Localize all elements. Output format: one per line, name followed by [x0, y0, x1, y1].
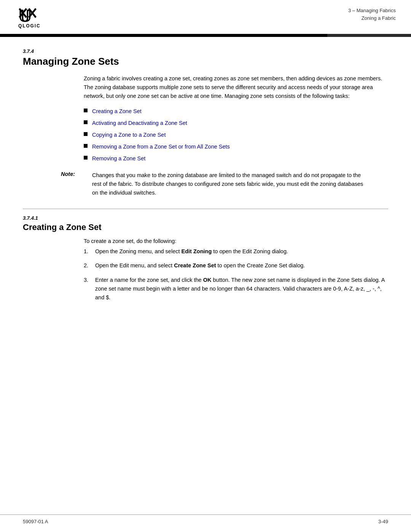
page-footer: 59097-01 A 3-49 [0, 514, 411, 524]
section-3741: 3.7.4.1 Creating a Zone Set To create a … [23, 215, 388, 302]
step-text-2: Open the Edit menu, and select Create Zo… [95, 261, 388, 270]
bold-ok: OK [203, 277, 212, 283]
footer-left: 59097-01 A [23, 519, 48, 524]
header-text: 3 – Managing Fabrics Zoning a Fabric [348, 7, 396, 22]
footer-right: 3-49 [378, 519, 388, 524]
link-removing-zone-set[interactable]: Removing a Zone Set [92, 154, 145, 163]
link-creating-zone-set[interactable]: Creating a Zone Set [92, 107, 142, 116]
step-text-3: Enter a name for the zone set, and click… [95, 276, 388, 302]
bullet-icon-2 [84, 120, 88, 124]
steps-list: 1. Open the Zoning menu, and select Edit… [84, 247, 388, 302]
chapter-text: 3 – Managing Fabrics [348, 7, 396, 14]
svg-text:QLOGIC: QLOGIC [18, 23, 40, 29]
section-intro-text: Zoning a fabric involves creating a zone… [84, 74, 388, 101]
divider-black [0, 34, 327, 37]
note-label: Note: [61, 171, 88, 177]
list-item: Removing a Zone from a Zone Set or from … [84, 142, 388, 151]
bullet-icon-1 [84, 109, 88, 112]
subsection-intro: To create a zone set, do the following: [84, 237, 388, 246]
step-1: 1. Open the Zoning menu, and select Edit… [84, 247, 388, 256]
link-copying-zone[interactable]: Copying a Zone to a Zone Set [92, 131, 166, 139]
bullet-icon-5 [84, 156, 88, 160]
bold-edit-zoning: Edit Zoning [182, 248, 212, 254]
page-header: 𝕌 QLOGIC 3 – Managing Fabrics Zoning a F… [0, 0, 411, 31]
step-3: 3. Enter a name for the zone set, and cl… [84, 276, 388, 302]
main-content: 3.7.4 Managing Zone Sets Zoning a fabric… [0, 37, 411, 330]
section-374: 3.7.4 Managing Zone Sets Zoning a fabric… [23, 48, 388, 197]
bullet-icon-3 [84, 132, 88, 136]
note-block: Note: Changes that you make to the zonin… [61, 171, 365, 198]
step-num-1: 1. [84, 247, 95, 256]
divider-dark [327, 34, 411, 37]
section-number-374: 3.7.4 [23, 48, 388, 54]
link-activating-deactivating[interactable]: Activating and Deactivating a Zone Set [92, 119, 187, 128]
list-item: Removing a Zone Set [84, 154, 388, 163]
link-removing-zone-from-set[interactable]: Removing a Zone from a Zone Set or from … [92, 142, 230, 151]
list-item: Copying a Zone to a Zone Set [84, 131, 388, 139]
bullet-icon-4 [84, 144, 88, 148]
subsection-title-3741: Creating a Zone Set [23, 222, 388, 232]
step-text-1: Open the Zoning menu, and select Edit Zo… [95, 247, 388, 256]
header-divider [0, 34, 411, 37]
note-text: Changes that you make to the zoning data… [92, 171, 365, 198]
logo: 𝕌 QLOGIC [15, 7, 49, 31]
section-number-3741: 3.7.4.1 [23, 215, 388, 221]
list-item: Creating a Zone Set [84, 107, 388, 116]
section-divider [23, 209, 388, 209]
section-title-374: Managing Zone Sets [23, 56, 388, 67]
step-num-3: 3. [84, 276, 95, 284]
bullet-link-list: Creating a Zone Set Activating and Deact… [84, 107, 388, 163]
step-num-2: 2. [84, 261, 95, 270]
list-item: Activating and Deactivating a Zone Set [84, 119, 388, 128]
bold-create-zone-set: Create Zone Set [174, 262, 216, 268]
subchapter-text: Zoning a Fabric [348, 14, 396, 22]
step-2: 2. Open the Edit menu, and select Create… [84, 261, 388, 270]
